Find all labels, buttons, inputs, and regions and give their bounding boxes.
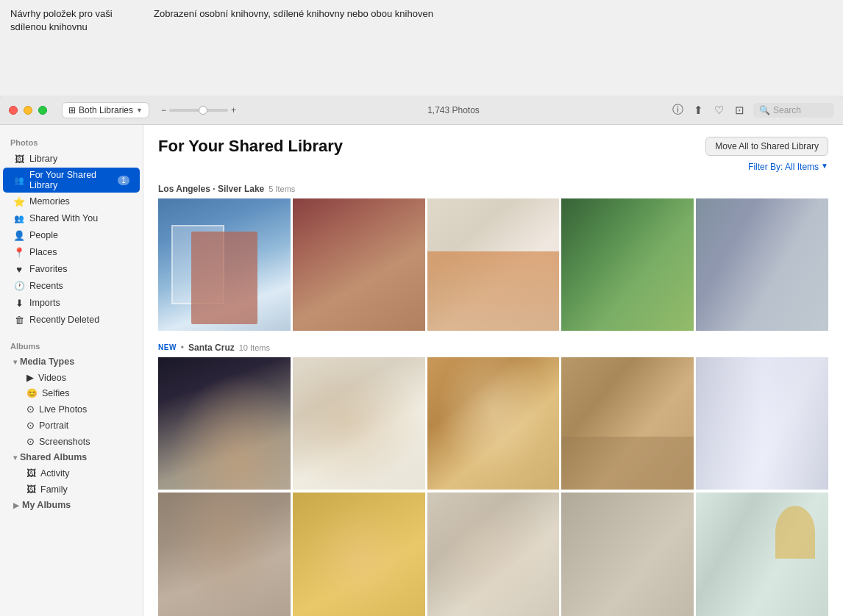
photo-count: 1,743 Photos: [242, 105, 665, 115]
toolbar-actions: ⓘ ⬆ ♡ ⊡ 🔍 Search: [671, 103, 834, 118]
recents-icon: 🕐: [13, 280, 25, 292]
shared-with-you-label: Shared With You: [29, 213, 98, 223]
photo-cell[interactable]: [158, 493, 291, 616]
sidebar-item-activity[interactable]: 🖼 Activity: [3, 465, 140, 481]
portrait-icon: ⊙: [26, 420, 35, 431]
zoom-slider[interactable]: [169, 109, 228, 112]
selfies-label: Selfies: [42, 388, 70, 398]
sidebar-item-live-photos[interactable]: ⊙ Live Photos: [3, 401, 140, 417]
sidebar-item-library[interactable]: 🖼 Library: [3, 151, 140, 167]
live-photos-icon: ⊙: [26, 404, 35, 415]
share-icon[interactable]: ⬆: [691, 104, 705, 117]
sidebar-item-imports[interactable]: ⬇ Imports: [3, 295, 140, 311]
tooltip-right-text: Zobrazení osobní knihovny, sdílené kniho…: [154, 8, 433, 19]
tooltip-area: Návrhy položek pro vaši sdílenou knihovn…: [0, 0, 843, 96]
sidebar-item-shared-library[interactable]: 👥 For Your Shared Library 1: [3, 168, 140, 193]
zoom-slider-area: − +: [161, 105, 236, 115]
photo-cell[interactable]: [696, 493, 828, 616]
page-title: For Your Shared Library: [158, 137, 343, 156]
shared-library-icon: 👥: [13, 174, 25, 186]
photo-grid-sc-row1: [158, 357, 828, 490]
photo-cell[interactable]: [696, 357, 828, 490]
imports-label: Imports: [29, 298, 60, 308]
recently-deleted-label: Recently Deleted: [29, 315, 99, 325]
trash-icon[interactable]: ⊡: [733, 104, 746, 117]
filter-label: Filter By: All Items: [748, 162, 819, 172]
photo-cell[interactable]: [561, 493, 694, 616]
family-label: Family: [40, 484, 68, 495]
shared-albums-chevron: ▾: [13, 454, 17, 462]
sidebar-item-recently-deleted[interactable]: 🗑 Recently Deleted: [3, 312, 140, 328]
places-label: Places: [29, 247, 57, 257]
library-selector[interactable]: ⊞ Both Libraries ▼: [62, 102, 149, 118]
sidebar-item-videos[interactable]: ▶ Videos: [3, 370, 140, 385]
filter-row[interactable]: Filter By: All Items ▼: [158, 162, 828, 172]
photo-cell[interactable]: [561, 357, 694, 490]
places-icon: 📍: [13, 246, 25, 258]
photo-cell[interactable]: [561, 198, 694, 331]
photo-cell[interactable]: [427, 357, 560, 490]
recents-label: Recents: [29, 281, 63, 291]
photo-cell[interactable]: [293, 357, 425, 490]
main-header: For Your Shared Library Move All to Shar…: [158, 137, 828, 156]
memories-label: Memories: [29, 196, 70, 207]
screenshots-label: Screenshots: [39, 437, 90, 447]
section-dot: •: [181, 343, 184, 353]
section-count-sc: 10 Items: [239, 343, 270, 352]
sidebar-item-places[interactable]: 📍 Places: [3, 244, 140, 260]
selfies-icon: 😊: [26, 388, 38, 398]
photo-cell[interactable]: [158, 198, 291, 331]
my-albums-label: My Albums: [22, 500, 71, 510]
new-badge: NEW: [158, 343, 177, 351]
shared-library-badge: 1: [118, 176, 129, 185]
videos-label: Videos: [38, 373, 66, 383]
sidebar-item-people[interactable]: 👤 People: [3, 227, 140, 243]
imports-icon: ⬇: [13, 297, 25, 309]
sidebar-item-family[interactable]: 🖼 Family: [3, 481, 140, 497]
info-icon[interactable]: ⓘ: [671, 104, 684, 117]
portrait-label: Portrait: [39, 420, 68, 431]
photo-cell[interactable]: [158, 357, 291, 490]
sidebar-item-portrait[interactable]: ⊙ Portrait: [3, 418, 140, 433]
heart-icon[interactable]: ♡: [712, 104, 725, 117]
activity-label: Activity: [40, 468, 70, 479]
photo-cell[interactable]: [293, 493, 425, 616]
zoom-minus-icon[interactable]: −: [161, 105, 166, 115]
shared-library-label: For Your Shared Library: [29, 170, 113, 190]
activity-icon: 🖼: [26, 468, 36, 479]
sidebar-item-favorites[interactable]: ♥ Favorites: [3, 261, 140, 277]
favorites-label: Favorites: [29, 264, 67, 274]
screenshots-icon: ⊙: [26, 436, 35, 447]
move-all-button[interactable]: Move All to Shared Library: [705, 137, 828, 156]
media-types-chevron: ▾: [13, 358, 17, 366]
photos-section-label: Photos: [0, 131, 143, 150]
search-box[interactable]: 🔍 Search: [753, 103, 834, 118]
filter-chevron-icon: ▼: [821, 162, 828, 172]
sidebar-item-screenshots[interactable]: ⊙ Screenshots: [3, 434, 140, 449]
my-albums-chevron: ▶: [13, 501, 19, 509]
sidebar-item-recents[interactable]: 🕐 Recents: [3, 278, 140, 294]
photo-cell[interactable]: [293, 198, 425, 331]
library-label: Library: [29, 154, 57, 164]
photo-cell[interactable]: [427, 493, 560, 616]
maximize-button[interactable]: [38, 106, 47, 115]
shared-albums-toggle[interactable]: ▾ Shared Albums: [3, 450, 140, 465]
sidebar-item-shared-with-you[interactable]: 👥 Shared With You: [3, 210, 140, 226]
my-albums-toggle[interactable]: ▶ My Albums: [3, 498, 140, 512]
photo-cell[interactable]: [696, 198, 828, 331]
sidebar-item-selfies[interactable]: 😊 Selfies: [3, 386, 140, 401]
tooltip-left: Návrhy položek pro vaši sdílenou knihovn…: [0, 0, 143, 96]
section-location-la: Los Angeles · Silver Lake: [158, 184, 264, 194]
albums-section-label: Albums: [0, 334, 143, 354]
minimize-button[interactable]: [24, 106, 32, 115]
close-button[interactable]: [9, 106, 18, 115]
zoom-plus-icon[interactable]: +: [231, 105, 236, 115]
tooltip-left-text: Návrhy položek pro vaši sdílenou knihovn…: [10, 8, 113, 32]
shared-with-you-icon: 👥: [13, 212, 25, 224]
sidebar-item-memories[interactable]: ⭐ Memories: [3, 193, 140, 209]
media-types-toggle[interactable]: ▾ Media Types: [3, 354, 140, 369]
photo-grid-la: [158, 198, 828, 331]
section-count-la: 5 Items: [268, 185, 295, 193]
tooltip-right: Zobrazení osobní knihovny, sdílené kniho…: [143, 0, 843, 96]
photo-cell[interactable]: [427, 198, 560, 331]
